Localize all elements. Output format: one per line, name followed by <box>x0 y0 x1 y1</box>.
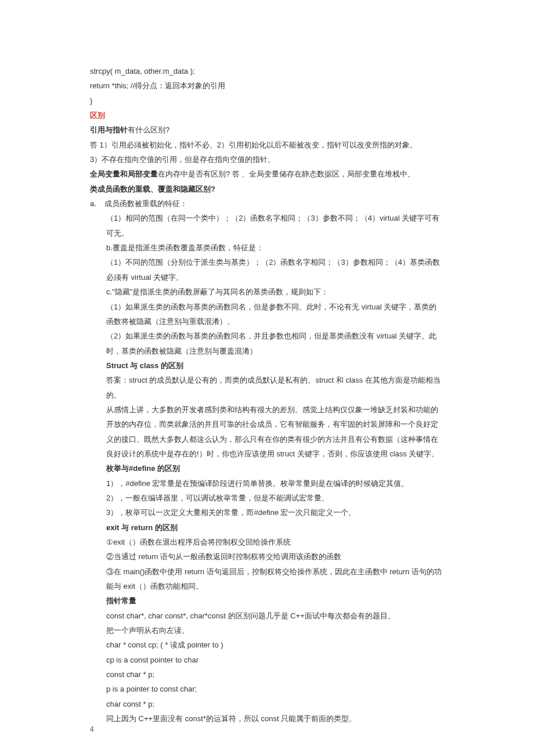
document-page: strcpy( m_data, other.m_data ); return *… <box>0 0 534 756</box>
body-text: char const * p; <box>106 697 444 711</box>
body-text: 答案：struct 的成员默认是公有的，而类的成员默认是私有的。struct 和… <box>106 373 444 402</box>
body-text: （1）如果派生类的函数与基类的函数同名，但是参数不同。此时，不论有无 virtu… <box>106 300 444 329</box>
body-text: 答 1）引用必须被初始化，指针不必。2）引用初始化以后不能被改变，指针可以改变所… <box>90 138 444 152</box>
inline-bold: Struct <box>106 361 128 370</box>
inline-text: 枚举与 <box>106 464 129 473</box>
inline-text: 的区别 <box>153 523 178 532</box>
body-text: （2）如果派生类的函数与基类的函数同名，并且参数也相同，但是基类函数没有 vir… <box>106 329 444 358</box>
subheading: 类成员函数的重载、覆盖和隐藏区别? <box>90 182 444 196</box>
code-line: strcpy( m_data, other.m_data ); <box>90 64 444 78</box>
body-text: 3）不存在指向空值的引用，但是存在指向空值的指针。 <box>90 152 444 167</box>
inline-text: 的区别 <box>156 464 181 473</box>
body-text: 把一个声明从右向左读。 <box>106 623 444 638</box>
subheading: 枚举与#define 的区别 <box>106 461 444 476</box>
body-text: 引用与指针有什么区别? <box>90 123 444 137</box>
body-text: 全局变量和局部变量在内存中是否有区别? 答 、全局变量储存在静态数据区，局部变量… <box>90 167 444 181</box>
body-text: const char*, char const*, char*const 的区别… <box>106 609 444 623</box>
list-item: a. 成员函数被重载的特征： <box>90 196 444 211</box>
body-text: 3），枚举可以一次定义大量相关的常量，而#define 宏一次只能定义一个。 <box>106 505 444 520</box>
body-text: （1）不同的范围（分别位于派生类与基类）；（2）函数名字相同；（3）参数相同；（… <box>106 255 444 285</box>
inline-text: 与 <box>128 361 140 370</box>
body-text: const char * p; <box>106 667 444 682</box>
body-text: cp is a const pointer to char <box>106 653 444 667</box>
body-text: 从感情上讲，大多数的开发者感到类和结构有很大的差别。感觉上结构仅仅象一堆缺乏封装… <box>106 402 444 461</box>
body-text: ③在 main()函数中使用 return 语句返回后，控制权将交给操作系统，因… <box>106 564 444 594</box>
body-text: b.覆盖是指派生类函数覆盖基类函数，特征是： <box>106 240 444 255</box>
section-heading: 区别 <box>90 108 444 123</box>
subheading: 指针常量 <box>106 593 444 608</box>
code-line: return *this; //得分点：返回本对象的引用 <box>90 78 444 93</box>
body-text: （1）相同的范围（在同一个类中）；（2）函数名字相同；（3）参数不同；（4）vi… <box>106 211 444 240</box>
inline-text: 成员函数被重载的特征： <box>104 199 187 208</box>
body-text: ①exit（）函数在退出程序后会将控制权交回给操作系统 <box>106 535 444 549</box>
body-text: p is a pointer to const char; <box>106 682 444 696</box>
code-line: } <box>90 93 444 108</box>
inline-bold: 引用与指针 <box>90 125 128 134</box>
body-text: ②当通过 return 语句从一般函数返回时控制权将交给调用该函数的函数 <box>106 549 444 564</box>
page-number: 4 <box>90 723 94 736</box>
inline-text: 与 <box>119 523 131 532</box>
body-text: 1），#define 宏常量是在预编译阶段进行简单替换。枚举常量则是在编译的时候… <box>106 476 444 491</box>
inline-bold: class <box>140 361 159 370</box>
inline-text: 有什么区别? <box>128 125 169 134</box>
body-text: c."隐藏"是指派生类的函数屏蔽了与其同名的基类函数，规则如下： <box>106 285 444 299</box>
inline-bold: return <box>131 523 153 532</box>
list-marker: a. <box>90 199 96 208</box>
inline-bold: 全局变量和局部变量 <box>90 170 158 178</box>
subheading: exit 与 return 的区别 <box>106 520 444 535</box>
inline-text: 的区别 <box>158 361 183 370</box>
body-text: 同上因为 C++里面没有 const*的运算符，所以 const 只能属于前面的… <box>106 711 444 726</box>
inline-text: 在内存中是否有区别? 答 、全局变量储存在静态数据区，局部变量在堆栈中。 <box>158 170 415 178</box>
body-text: 2），一般在编译器里，可以调试枚举常量，但是不能调试宏常量。 <box>106 491 444 505</box>
body-text: char * const cp; ( * 读成 pointer to ) <box>106 638 444 652</box>
inline-bold: exit <box>106 523 119 532</box>
subheading: Struct 与 class 的区别 <box>106 358 444 373</box>
inline-bold: #define <box>129 464 156 473</box>
